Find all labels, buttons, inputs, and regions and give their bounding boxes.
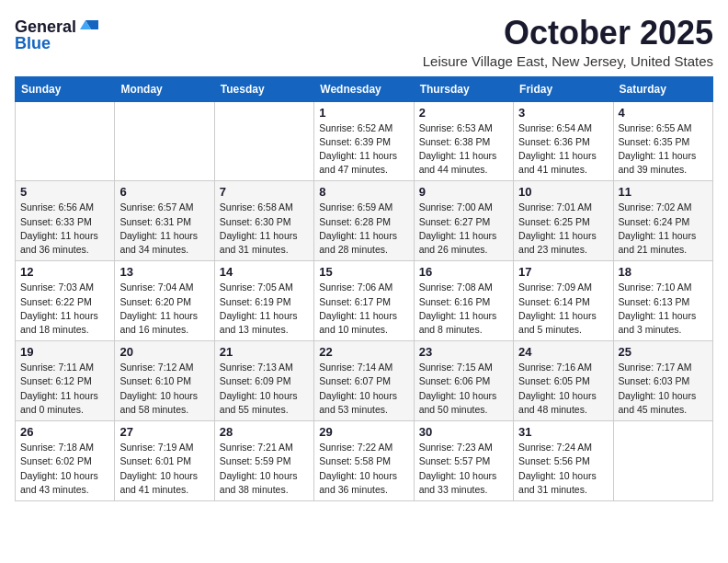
calendar-cell [214, 101, 313, 181]
calendar-cell: 17Sunrise: 7:09 AM Sunset: 6:14 PM Dayli… [514, 261, 613, 341]
calendar-week-row: 5Sunrise: 6:56 AM Sunset: 6:33 PM Daylig… [16, 181, 713, 261]
calendar-cell: 29Sunrise: 7:22 AM Sunset: 5:58 PM Dayli… [314, 421, 414, 501]
day-number: 22 [319, 345, 408, 359]
calendar-day-header: Friday [514, 76, 613, 101]
calendar-cell [613, 421, 712, 501]
calendar-cell: 13Sunrise: 7:04 AM Sunset: 6:20 PM Dayli… [115, 261, 214, 341]
day-info: Sunrise: 6:59 AM Sunset: 6:28 PM Dayligh… [319, 201, 408, 257]
day-number: 10 [518, 185, 608, 199]
calendar-cell: 3Sunrise: 6:54 AM Sunset: 6:36 PM Daylig… [514, 101, 613, 181]
day-info: Sunrise: 7:17 AM Sunset: 6:03 PM Dayligh… [619, 361, 708, 417]
day-number: 27 [119, 425, 209, 439]
calendar-cell: 30Sunrise: 7:23 AM Sunset: 5:57 PM Dayli… [414, 421, 513, 501]
day-info: Sunrise: 7:21 AM Sunset: 5:59 PM Dayligh… [220, 441, 309, 497]
calendar-week-row: 12Sunrise: 7:03 AM Sunset: 6:22 PM Dayli… [16, 261, 713, 341]
day-info: Sunrise: 7:03 AM Sunset: 6:22 PM Dayligh… [20, 281, 109, 337]
day-number: 17 [518, 265, 608, 279]
day-number: 12 [20, 265, 109, 279]
day-number: 3 [518, 106, 608, 120]
calendar-cell: 25Sunrise: 7:17 AM Sunset: 6:03 PM Dayli… [613, 341, 712, 421]
day-info: Sunrise: 7:12 AM Sunset: 6:10 PM Dayligh… [119, 361, 209, 417]
calendar-cell: 1Sunrise: 6:52 AM Sunset: 6:39 PM Daylig… [314, 101, 414, 181]
day-info: Sunrise: 6:52 AM Sunset: 6:39 PM Dayligh… [319, 121, 408, 178]
day-info: Sunrise: 7:14 AM Sunset: 6:07 PM Dayligh… [319, 361, 408, 417]
calendar-cell: 4Sunrise: 6:55 AM Sunset: 6:35 PM Daylig… [613, 101, 712, 181]
calendar-cell: 22Sunrise: 7:14 AM Sunset: 6:07 PM Dayli… [314, 341, 414, 421]
calendar-cell: 26Sunrise: 7:18 AM Sunset: 6:02 PM Dayli… [16, 421, 115, 501]
day-number: 2 [419, 106, 508, 120]
logo-icon [78, 18, 98, 35]
day-number: 5 [20, 185, 109, 199]
day-info: Sunrise: 7:15 AM Sunset: 6:06 PM Dayligh… [419, 361, 508, 417]
calendar-cell: 15Sunrise: 7:06 AM Sunset: 6:17 PM Dayli… [314, 261, 414, 341]
day-info: Sunrise: 6:55 AM Sunset: 6:35 PM Dayligh… [619, 121, 708, 178]
calendar-header-row: SundayMondayTuesdayWednesdayThursdayFrid… [16, 76, 713, 101]
day-number: 15 [319, 265, 408, 279]
day-number: 28 [220, 425, 309, 439]
logo-general-text: General [15, 18, 76, 35]
day-info: Sunrise: 7:13 AM Sunset: 6:09 PM Dayligh… [220, 361, 309, 417]
page-header: General Blue October 2025 Leisure Villag… [15, 15, 713, 69]
day-number: 1 [319, 106, 408, 120]
calendar-cell: 12Sunrise: 7:03 AM Sunset: 6:22 PM Dayli… [16, 261, 115, 341]
calendar-table: SundayMondayTuesdayWednesdayThursdayFrid… [15, 76, 713, 501]
location-title: Leisure Village East, New Jersey, United… [423, 53, 713, 69]
calendar-cell: 28Sunrise: 7:21 AM Sunset: 5:59 PM Dayli… [214, 421, 313, 501]
day-info: Sunrise: 7:11 AM Sunset: 6:12 PM Dayligh… [20, 361, 109, 417]
calendar-cell: 9Sunrise: 7:00 AM Sunset: 6:27 PM Daylig… [414, 181, 513, 261]
calendar-cell: 10Sunrise: 7:01 AM Sunset: 6:25 PM Dayli… [514, 181, 613, 261]
calendar-cell: 18Sunrise: 7:10 AM Sunset: 6:13 PM Dayli… [613, 261, 712, 341]
day-number: 26 [20, 425, 109, 439]
calendar-cell: 24Sunrise: 7:16 AM Sunset: 6:05 PM Dayli… [514, 341, 613, 421]
day-info: Sunrise: 6:56 AM Sunset: 6:33 PM Dayligh… [20, 201, 109, 257]
day-info: Sunrise: 7:09 AM Sunset: 6:14 PM Dayligh… [518, 281, 608, 337]
month-title: October 2025 [423, 15, 713, 52]
day-number: 7 [220, 185, 309, 199]
calendar-cell: 11Sunrise: 7:02 AM Sunset: 6:24 PM Dayli… [613, 181, 712, 261]
day-info: Sunrise: 7:08 AM Sunset: 6:16 PM Dayligh… [419, 281, 508, 337]
day-info: Sunrise: 7:00 AM Sunset: 6:27 PM Dayligh… [419, 201, 508, 257]
day-info: Sunrise: 6:54 AM Sunset: 6:36 PM Dayligh… [518, 121, 608, 178]
calendar-cell: 8Sunrise: 6:59 AM Sunset: 6:28 PM Daylig… [314, 181, 414, 261]
day-info: Sunrise: 7:05 AM Sunset: 6:19 PM Dayligh… [220, 281, 309, 337]
day-number: 31 [518, 425, 608, 439]
calendar-cell: 16Sunrise: 7:08 AM Sunset: 6:16 PM Dayli… [414, 261, 513, 341]
calendar-week-row: 19Sunrise: 7:11 AM Sunset: 6:12 PM Dayli… [16, 341, 713, 421]
day-info: Sunrise: 7:19 AM Sunset: 6:01 PM Dayligh… [119, 441, 209, 497]
calendar-cell: 31Sunrise: 7:24 AM Sunset: 5:56 PM Dayli… [514, 421, 613, 501]
day-number: 19 [20, 345, 109, 359]
day-info: Sunrise: 7:23 AM Sunset: 5:57 PM Dayligh… [419, 441, 508, 497]
calendar-day-header: Tuesday [214, 76, 313, 101]
calendar-cell: 20Sunrise: 7:12 AM Sunset: 6:10 PM Dayli… [115, 341, 214, 421]
day-number: 6 [119, 185, 209, 199]
calendar-day-header: Thursday [414, 76, 513, 101]
calendar-cell [16, 101, 115, 181]
calendar-cell: 23Sunrise: 7:15 AM Sunset: 6:06 PM Dayli… [414, 341, 513, 421]
day-number: 18 [619, 265, 708, 279]
logo-blue-text: Blue [15, 35, 51, 52]
day-number: 29 [319, 425, 408, 439]
calendar-cell: 6Sunrise: 6:57 AM Sunset: 6:31 PM Daylig… [115, 181, 214, 261]
title-block: October 2025 Leisure Village East, New J… [423, 15, 713, 69]
day-info: Sunrise: 7:10 AM Sunset: 6:13 PM Dayligh… [619, 281, 708, 337]
calendar-day-header: Sunday [16, 76, 115, 101]
day-number: 30 [419, 425, 508, 439]
day-number: 8 [319, 185, 408, 199]
calendar-week-row: 1Sunrise: 6:52 AM Sunset: 6:39 PM Daylig… [16, 101, 713, 181]
day-info: Sunrise: 6:53 AM Sunset: 6:38 PM Dayligh… [419, 121, 508, 178]
day-info: Sunrise: 7:22 AM Sunset: 5:58 PM Dayligh… [319, 441, 408, 497]
calendar-day-header: Monday [115, 76, 214, 101]
day-number: 16 [419, 265, 508, 279]
day-info: Sunrise: 7:02 AM Sunset: 6:24 PM Dayligh… [619, 201, 708, 257]
day-info: Sunrise: 7:24 AM Sunset: 5:56 PM Dayligh… [518, 441, 608, 497]
calendar-cell: 2Sunrise: 6:53 AM Sunset: 6:38 PM Daylig… [414, 101, 513, 181]
day-number: 11 [619, 185, 708, 199]
day-info: Sunrise: 6:57 AM Sunset: 6:31 PM Dayligh… [119, 201, 209, 257]
calendar-cell: 21Sunrise: 7:13 AM Sunset: 6:09 PM Dayli… [214, 341, 313, 421]
day-number: 24 [518, 345, 608, 359]
day-number: 21 [220, 345, 309, 359]
day-number: 13 [119, 265, 209, 279]
day-info: Sunrise: 7:01 AM Sunset: 6:25 PM Dayligh… [518, 201, 608, 257]
calendar-cell: 7Sunrise: 6:58 AM Sunset: 6:30 PM Daylig… [214, 181, 313, 261]
calendar-cell: 14Sunrise: 7:05 AM Sunset: 6:19 PM Dayli… [214, 261, 313, 341]
